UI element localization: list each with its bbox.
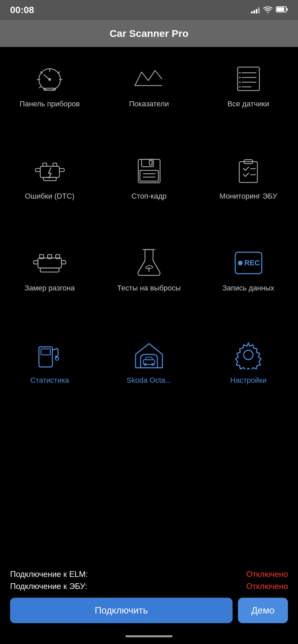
emissions-label: Тесты на выбросы bbox=[117, 283, 181, 293]
svg-rect-40 bbox=[38, 258, 61, 268]
fuel-icon bbox=[33, 340, 66, 370]
record-label: Запись данных bbox=[222, 283, 274, 293]
bottom-area: Подключение к ELM: Отключено Подключение… bbox=[0, 563, 298, 632]
ecu-label: Подключение к ЭБУ: bbox=[10, 582, 87, 591]
grid-item-all-sensors[interactable]: Все датчики bbox=[199, 54, 298, 146]
svg-rect-44 bbox=[34, 261, 38, 264]
ecu-connection-row: Подключение к ЭБУ: Отключено bbox=[10, 582, 288, 591]
svg-rect-28 bbox=[59, 168, 64, 172]
flask-icon bbox=[132, 248, 166, 278]
elm-connection-row: Подключение к ELM: Отключено bbox=[10, 570, 288, 579]
svg-rect-45 bbox=[61, 261, 66, 264]
grid-item-dashboard[interactable]: Панель приборов bbox=[0, 54, 99, 146]
skoda-label: Skoda Octa... bbox=[127, 376, 171, 385]
svg-line-12 bbox=[44, 75, 50, 79]
svg-text:REC: REC bbox=[244, 259, 260, 267]
action-buttons: Подключить Демо bbox=[10, 598, 288, 623]
grid-item-record[interactable]: REC Запись данных bbox=[199, 238, 298, 330]
svg-rect-27 bbox=[35, 168, 40, 172]
car-engine-icon bbox=[33, 248, 66, 278]
status-time: 00:08 bbox=[10, 5, 34, 15]
speedometer-icon bbox=[33, 64, 66, 94]
svg-rect-3 bbox=[286, 8, 288, 11]
elm-label: Подключение к ELM: bbox=[10, 570, 88, 579]
grid-item-acceleration[interactable]: Замер разгона bbox=[0, 238, 99, 330]
status-icons bbox=[251, 6, 288, 14]
errors-label: Ошибки (DTC) bbox=[25, 192, 74, 201]
svg-rect-25 bbox=[43, 163, 46, 166]
list-icon bbox=[232, 64, 265, 94]
acceleration-label: Замер разгона bbox=[24, 283, 75, 293]
rec-icon: REC bbox=[232, 248, 265, 278]
wifi-icon bbox=[263, 6, 272, 14]
svg-rect-36 bbox=[239, 162, 257, 182]
app-header: Car Scanner Pro bbox=[0, 20, 298, 47]
svg-point-58 bbox=[244, 350, 253, 360]
demo-button[interactable]: Демо bbox=[238, 598, 288, 623]
signal-icon bbox=[251, 7, 260, 13]
freeze-label: Стоп-кадр bbox=[132, 192, 167, 201]
status-bar: 00:08 bbox=[0, 0, 298, 20]
grid-item-statistics[interactable]: Статистика bbox=[0, 330, 99, 422]
ecu-status: Отключено bbox=[246, 582, 288, 591]
app-title: Car Scanner Pro bbox=[109, 28, 188, 39]
grid-item-ecu[interactable]: Мониторинг ЭБУ bbox=[199, 146, 298, 238]
svg-rect-2 bbox=[277, 7, 284, 11]
grid-item-indicators[interactable]: Показатели bbox=[99, 54, 199, 146]
indicators-label: Показатели bbox=[129, 99, 169, 109]
all-sensors-label: Все датчики bbox=[228, 99, 269, 109]
grid-item-skoda[interactable]: Skoda Octa... bbox=[99, 330, 199, 422]
dashboard-label: Панель приборов bbox=[19, 99, 80, 109]
svg-rect-53 bbox=[41, 349, 50, 355]
grid-item-settings[interactable]: Настройки bbox=[199, 330, 298, 422]
grid-item-freeze[interactable]: Стоп-кадр bbox=[99, 146, 199, 238]
svg-point-0 bbox=[267, 12, 268, 13]
home-indicator bbox=[0, 632, 298, 644]
engine-icon bbox=[33, 156, 66, 186]
graph-icon bbox=[132, 64, 166, 94]
clipboard-icon bbox=[232, 156, 265, 186]
svg-point-50 bbox=[238, 261, 243, 265]
main-grid: Панель приборов Показатели bbox=[0, 47, 298, 429]
svg-line-9 bbox=[58, 72, 60, 73]
connect-button[interactable]: Подключить bbox=[10, 598, 233, 623]
grid-item-errors[interactable]: Ошибки (DTC) bbox=[0, 146, 99, 238]
ecu-label: Мониторинг ЭБУ bbox=[219, 192, 277, 201]
battery-icon bbox=[276, 6, 288, 14]
svg-rect-26 bbox=[53, 163, 57, 166]
svg-rect-29 bbox=[43, 177, 56, 181]
settings-label: Настройки bbox=[230, 376, 266, 385]
svg-rect-46 bbox=[40, 268, 59, 272]
floppy-icon bbox=[132, 156, 166, 186]
statistics-label: Статистика bbox=[30, 376, 69, 385]
svg-rect-35 bbox=[149, 160, 152, 165]
gear-icon bbox=[232, 340, 265, 370]
svg-rect-32 bbox=[140, 170, 158, 181]
elm-status: Отключено bbox=[246, 570, 288, 579]
grid-item-emissions[interactable]: Тесты на выбросы bbox=[99, 238, 199, 330]
home-bar bbox=[126, 635, 172, 637]
svg-line-8 bbox=[39, 86, 41, 88]
garage-icon bbox=[132, 340, 166, 370]
